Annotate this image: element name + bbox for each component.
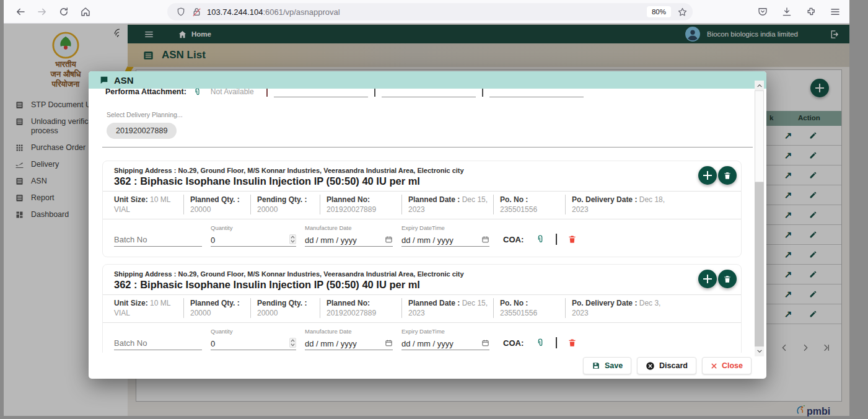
extensions-icon[interactable] [805,6,817,17]
browser-home-icon[interactable] [80,6,91,17]
detail-pending-qty: Pending Qty. : 20000 [250,195,320,214]
delete-batch-icon[interactable] [568,338,577,348]
add-item-button[interactable] [698,166,717,185]
discard-icon [646,361,655,371]
quantity-label: Quantity [211,224,296,231]
detail-po-no: Po. No : 235501556 [493,195,565,214]
coa-paperclip-icon[interactable] [535,338,545,348]
manufacture-date-input[interactable]: dd / mm / yyyy [305,339,357,348]
save-button[interactable]: Save [583,357,631,374]
product-title: 362 : Biphasic Isophane Insulin Injectio… [103,278,741,294]
quantity-value[interactable]: 0 [211,236,215,245]
detail-unit-size: Unit Size: 10 ML VIAL [114,298,183,318]
quantity-value[interactable]: 0 [211,339,215,348]
field-divider [266,89,268,97]
browser-chrome: 103.74.244.104:6061/vp/asnapproval 80% [4,0,849,24]
paperclip-icon[interactable] [193,89,202,97]
shield-icon[interactable] [176,7,186,17]
calendar-icon[interactable] [385,339,393,347]
calendar-icon[interactable] [385,236,393,244]
batch-input-row: Quantity 0 Manufacture Date dd / mm / yy… [103,323,741,353]
add-item-button[interactable] [698,270,717,288]
zoom-level-badge[interactable]: 80% [647,6,671,17]
attachment-field-3[interactable] [489,89,584,97]
plus-icon [703,275,712,283]
detail-planned-date: Planned Date : Dec 15, 2023 [401,195,493,214]
modal-scrollbar[interactable] [755,81,764,356]
quantity-stepper[interactable] [289,234,296,244]
scroll-down-icon[interactable] [755,346,764,356]
divider [102,147,753,148]
reload-icon[interactable] [58,6,69,17]
modal-footer: Save Discard Close [89,353,766,379]
detail-row: Unit Size: 10 ML VIAL Planned Qty. : 200… [103,191,741,219]
discard-button[interactable]: Discard [637,357,696,374]
coa-paperclip-icon[interactable] [535,234,545,244]
asn-item-section: Shipping Address : No.29, Ground Floor, … [102,161,742,257]
field-divider [482,89,483,97]
asn-modal: ASN Performa Attachment: Not Available S… [89,71,766,379]
modal-title: ASN [114,75,134,86]
divider [556,234,557,245]
delete-batch-icon[interactable] [568,234,577,244]
quantity-stepper[interactable] [289,338,296,348]
detail-planned-date: Planned Date : Dec 15, 2023 [401,298,493,318]
batch-no-input[interactable] [114,233,202,247]
manufacture-date-label: Manufacture Date [305,224,393,231]
calendar-icon[interactable] [481,236,489,244]
detail-planned-qty: Planned Qty. : 20000 [183,298,250,318]
batch-no-input[interactable] [114,337,202,350]
save-icon [592,361,600,370]
asn-item-section: Shipping Address : No.29, Ground Floor, … [102,264,742,353]
coa-label: COA: [503,338,524,348]
scrollbar-thumb[interactable] [755,90,764,182]
scrollbar-track[interactable] [755,90,764,346]
coa-label: COA: [503,235,524,244]
attachment-field-1[interactable] [274,89,368,97]
expiry-date-input[interactable]: dd / mm / yyyy [401,339,454,348]
detail-planned-no: Planned No: 201920027889 [320,298,401,318]
expiry-date-label: Expiry DateTime [401,224,489,231]
detail-po-delivery-date: Po. Delivery Date : Dec 18, 2023 [565,195,670,214]
attachment-field-2[interactable] [382,89,476,97]
bookmark-star-icon[interactable] [677,7,688,17]
manufacture-date-label: Manufacture Date [305,328,393,335]
performa-attachment-row: Performa Attachment: Not Available [105,89,766,100]
delivery-planning-chip[interactable]: 201920027889 [107,123,177,139]
detail-pending-qty: Pending Qty. : 20000 [250,298,320,318]
forward-icon[interactable] [37,6,48,17]
detail-unit-size: Unit Size: 10 ML VIAL [114,195,183,214]
insecure-lock-icon[interactable] [191,7,202,17]
product-title: 362 : Biphasic Isophane Insulin Injectio… [103,174,741,191]
url-text: 103.74.244.104:6061/vp/asnapproval [207,7,647,17]
close-button[interactable]: Close [702,357,752,374]
menu-icon[interactable] [830,6,841,17]
modal-body: Performa Attachment: Not Available Selec… [89,89,766,353]
download-icon[interactable] [781,6,792,17]
screen: 103.74.244.104:6061/vp/asnapproval 80% [0,0,868,419]
back-icon[interactable] [15,6,26,17]
trash-icon [723,275,732,284]
scroll-up-icon[interactable] [755,81,764,90]
detail-row: Unit Size: 10 ML VIAL Planned Qty. : 200… [103,294,741,323]
select-delivery-label: Select Delivery Planning... [107,111,766,118]
detail-po-no: Po. No : 235501556 [493,298,565,318]
plus-icon [703,171,712,180]
performa-label: Performa Attachment: [105,89,186,96]
detail-planned-qty: Planned Qty. : 20000 [183,195,250,214]
calendar-icon[interactable] [481,339,489,347]
detail-po-delivery-date: Po. Delivery Date : Dec 3, 2023 [565,298,670,318]
detail-planned-no: Planned No: 201920027889 [320,195,401,214]
delete-item-button[interactable] [718,166,737,185]
url-bar[interactable]: 103.74.244.104:6061/vp/asnapproval 80% [167,3,693,20]
expiry-date-input[interactable]: dd / mm / yyyy [401,236,454,245]
note-icon [99,75,109,85]
field-divider [374,89,375,97]
performa-value: Not Available [211,89,254,96]
manufacture-date-input[interactable]: dd / mm / yyyy [305,236,357,245]
expiry-date-label: Expiry DateTime [401,328,489,335]
pocket-icon[interactable] [757,6,768,17]
delete-item-button[interactable] [718,270,737,288]
modal-header: ASN [89,71,766,89]
quantity-label: Quantity [211,328,296,335]
